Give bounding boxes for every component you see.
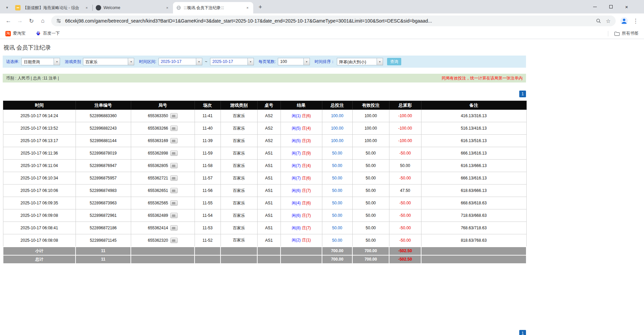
round-number: 655362805 — [148, 163, 168, 168]
column-header: 总投注 — [322, 101, 352, 110]
new-tab-button[interactable]: + — [256, 2, 265, 12]
round-result-image-icon[interactable] — [170, 138, 178, 143]
forward-button[interactable]: → — [15, 16, 25, 26]
url-text[interactable]: 66cxkj98.com/game/betrecord_search/kind3… — [65, 18, 592, 24]
result-banker: 庄(6) — [302, 201, 311, 205]
round-result-image-icon[interactable] — [170, 150, 178, 156]
round-cell: 655362721 — [131, 172, 195, 185]
bet-record-row: 2025-10-17 06:11:04522896876947655362805… — [3, 160, 526, 172]
total-bet-cell[interactable]: 50.00 — [322, 222, 352, 234]
round-result-image-icon[interactable] — [170, 213, 178, 218]
round-cell: 655363266 — [131, 122, 195, 135]
total-bet-cell[interactable]: 50.00 — [322, 172, 352, 185]
bet-id-cell: 522896875957 — [76, 172, 131, 185]
total-bet-cell[interactable]: 100.00 — [322, 110, 352, 122]
round-result-image-icon[interactable] — [170, 126, 178, 131]
result-player: 闲(7) — [292, 176, 301, 180]
bet-record-row: 2025-10-17 06:13:52522896882243655363266… — [3, 122, 526, 135]
result-cell: 闲(5) 庄(4) — [281, 122, 322, 135]
tab-close-icon[interactable]: × — [165, 5, 170, 10]
dropdown-arrow-icon[interactable]: ▼ — [54, 58, 60, 65]
total-bet-cell[interactable]: 100.00 — [322, 135, 352, 147]
filter-bar: 请选择: 日期查询 ▼ 游戏类别 百家乐 ▼ 时间区间: 2025-10-17 … — [3, 56, 526, 68]
maximize-button[interactable] — [603, 0, 619, 13]
query-type-select[interactable]: 日期查询 ▼ — [21, 58, 60, 65]
total-bet-cell[interactable]: 50.00 — [322, 209, 352, 222]
query-type-value: 日期查询 — [22, 58, 54, 65]
total-bet-cell[interactable]: 100.00 — [322, 122, 352, 135]
back-button[interactable]: ← — [3, 16, 13, 26]
dropdown-arrow-icon[interactable]: ▼ — [377, 58, 383, 65]
time-cell: 2025-10-17 06:11:36 — [3, 147, 76, 160]
browser-chrome: ▾ 【新提醒】海燕策略论坛 - 综合 × Welcome × :::视讯 会员下… — [0, 0, 644, 39]
total-bet-cell[interactable]: 50.00 — [322, 160, 352, 172]
round-result-image-icon[interactable] — [170, 200, 178, 206]
valid-bet-cell: 100.00 — [352, 122, 389, 135]
sort-order-select[interactable]: 降幂(由大到小) ▼ — [337, 58, 383, 65]
round-result-image-icon[interactable] — [170, 238, 178, 243]
round-result-image-icon[interactable] — [170, 163, 178, 168]
game-type-select[interactable]: 百家乐 ▼ — [83, 58, 134, 65]
dropdown-arrow-icon[interactable]: ▼ — [196, 58, 202, 65]
zoom-icon[interactable] — [595, 18, 602, 24]
date-start-value: 2025-10-17 — [159, 58, 196, 65]
round-result-image-icon[interactable] — [170, 225, 178, 231]
search-button[interactable]: 查询 — [387, 58, 401, 65]
close-window-button[interactable]: × — [619, 0, 635, 13]
subtotal-row-cell — [221, 247, 257, 255]
note-cell: 718.63/668.63 — [421, 209, 526, 222]
result-player: 闲(1) — [292, 113, 301, 118]
total-bet-cell[interactable]: 50.00 — [322, 234, 352, 247]
url-bar[interactable]: 66cxkj98.com/game/betrecord_search/kind3… — [51, 15, 616, 26]
result-banker: 庄(6) — [302, 113, 311, 118]
bookmark-taobao[interactable]: 淘 爱淘宝 — [4, 30, 27, 38]
round-result-image-icon[interactable] — [170, 113, 178, 119]
payout-cell: -50.00 — [389, 222, 421, 234]
note-cell: 516.13/416.13 — [421, 122, 526, 135]
bookmark-label: 百度一下 — [43, 31, 60, 36]
page-number-button[interactable]: 1 — [519, 91, 526, 97]
bookmark-baidu[interactable]: 百度一下 — [34, 30, 61, 38]
valid-bet-cell: 50.00 — [352, 197, 389, 209]
table-no-cell: AS1 — [257, 209, 281, 222]
result-player: 闲(6) — [292, 213, 301, 218]
date-start-input[interactable]: 2025-10-17 ▼ — [158, 58, 202, 65]
bookmark-star-icon[interactable]: ☆ — [605, 18, 612, 24]
date-end-input[interactable]: 2025-10-17 ▼ — [210, 58, 254, 65]
bet-id-cell: 522896883360 — [76, 110, 131, 122]
round-result-image-icon[interactable] — [170, 175, 178, 181]
time-cell: 2025-10-17 06:10:06 — [3, 185, 76, 197]
home-button[interactable]: ⌂ — [38, 16, 48, 26]
page-number-button[interactable]: 1 — [519, 330, 526, 335]
time-cell: 2025-10-17 06:08:08 — [3, 234, 76, 247]
total-bet-cell[interactable]: 50.00 — [322, 147, 352, 160]
dropdown-arrow-icon[interactable]: ▼ — [128, 58, 134, 65]
tab-title: 【新提醒】海燕策略论坛 - 综合 — [23, 5, 82, 11]
page-size-input[interactable]: 100 ▼ — [278, 58, 310, 65]
round-result-image-icon[interactable] — [170, 188, 178, 193]
bet-id-cell: 522896872186 — [76, 222, 131, 234]
result-banker: 庄(4) — [302, 163, 311, 168]
result-cell: 闲(2) 庄(1) — [281, 234, 322, 247]
reload-button[interactable]: ↻ — [26, 16, 36, 26]
total-bet-cell[interactable]: 50.00 — [322, 185, 352, 197]
bet-id-cell: 522896873963 — [76, 197, 131, 209]
dropdown-arrow-icon[interactable]: ▼ — [303, 58, 310, 65]
tab-betrecord-active[interactable]: :::视讯 会员下注纪录::: × — [173, 2, 253, 13]
menu-kebab-icon[interactable]: ⋮ — [631, 16, 641, 26]
round-number: 655362898 — [148, 151, 168, 156]
dropdown-arrow-icon[interactable]: ▼ — [247, 58, 254, 65]
tab-welcome[interactable]: Welcome × — [93, 2, 173, 13]
tab-search-button[interactable]: ▾ — [3, 3, 11, 12]
bet-record-row: 2025-10-17 06:10:06522896874983655362651… — [3, 185, 526, 197]
minimize-button[interactable] — [587, 0, 603, 13]
tab-close-icon[interactable]: × — [84, 5, 89, 10]
tab-close-icon[interactable]: × — [245, 5, 250, 10]
game-type-cell: 百家乐 — [221, 234, 257, 247]
site-info-icon[interactable] — [55, 18, 62, 24]
profile-avatar-icon[interactable] — [619, 16, 629, 26]
baidu-paw-icon — [36, 31, 41, 36]
all-bookmarks-button[interactable]: 所有书签 — [613, 30, 640, 38]
tab-forum[interactable]: 【新提醒】海燕策略论坛 - 综合 × — [12, 2, 92, 13]
total-bet-cell[interactable]: 50.00 — [322, 197, 352, 209]
